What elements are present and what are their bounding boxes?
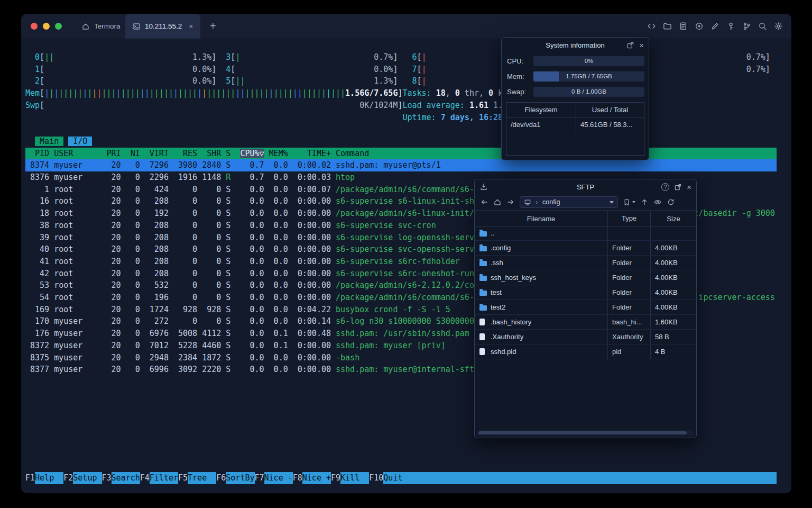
process-row-selected[interactable]: 8374 myuser 20 0 7296 3980 2840 S 0.7 0.… [25, 159, 777, 171]
sftp-toolbar: config [475, 194, 696, 210]
process-row[interactable]: 38 root 20 0 208 0 0 S 0.0 0.0 0:00.00 s… [25, 220, 436, 232]
file-row[interactable]: sshd.pidpid4 B [475, 344, 696, 359]
close-tab-icon[interactable]: × [189, 22, 193, 31]
column-filename[interactable]: Filename [475, 215, 607, 223]
file-icon [475, 333, 491, 340]
path-breadcrumb[interactable]: config [520, 196, 618, 208]
file-size: 4.00KB [651, 303, 696, 311]
open-in-window-icon[interactable] [674, 183, 682, 191]
help-icon[interactable]: ? [661, 183, 669, 191]
download-transfers-icon[interactable] [479, 183, 488, 191]
fkey-bar-filler [412, 472, 777, 484]
chevron-right-icon [534, 199, 540, 205]
fkey-f10[interactable]: F10Quit [369, 472, 412, 484]
process-row[interactable]: 8376 myuser 20 0 2296 1916 1148 R 0.7 0.… [25, 171, 355, 184]
mem-usage-value: 1.75GB / 7.65GB [566, 73, 612, 79]
file-row[interactable]: ssh_host_keysFolder4.00KB [475, 270, 696, 285]
computer-icon [524, 198, 531, 206]
htop-tab-main[interactable]: Main [35, 137, 63, 146]
bookmark-icon [623, 198, 631, 206]
settings-gear-icon[interactable] [774, 22, 783, 31]
minimize-window-button[interactable] [43, 23, 50, 30]
file-type: bash_hi... [607, 315, 651, 329]
new-tab-button[interactable]: + [210, 14, 216, 39]
record-icon[interactable] [695, 22, 704, 31]
home-icon[interactable] [493, 198, 502, 206]
path-dropdown-caret-icon[interactable] [610, 201, 614, 204]
fkey-f8[interactable]: F8Nice + [293, 472, 331, 484]
bookmark-caret-icon [632, 201, 635, 203]
log-icon[interactable] [679, 22, 688, 31]
htop-tab-io[interactable]: I/O [68, 137, 92, 146]
file-row[interactable]: .sshFolder4.00KB [475, 256, 696, 270]
close-panel-icon[interactable]: × [687, 183, 691, 191]
file-row[interactable]: testFolder4.00KB [475, 285, 696, 300]
close-window-button[interactable] [31, 23, 38, 30]
filesystem-table: Filesystem Used / Total /dev/vda1 45.61G… [506, 102, 644, 156]
system-information-title: System information [546, 41, 604, 49]
uptime-line: Uptime: 7 days, 16:28:05 [25, 112, 517, 124]
horizontal-scrollbar[interactable] [477, 430, 694, 436]
process-row[interactable]: 8372 myuser 20 0 7012 5228 4460 S 0.0 0.… [25, 340, 446, 352]
process-row[interactable]: 169 root 20 0 1724 928 928 S 0.0 0.0 0:0… [25, 304, 450, 316]
fkey-f7[interactable]: F7Nice - [255, 472, 293, 484]
file-row[interactable]: .. [475, 226, 696, 241]
process-row[interactable]: 8377 myuser 20 0 6996 3092 2220 S 0.0 0.… [25, 364, 479, 376]
forward-icon[interactable] [506, 198, 515, 206]
refresh-icon[interactable] [667, 198, 675, 206]
traffic-lights [31, 23, 62, 30]
column-size[interactable]: Size [651, 215, 696, 223]
tab-session-label: 10.211.55.2 [145, 22, 182, 30]
fkey-f1[interactable]: F1Help [25, 472, 63, 484]
search-icon[interactable] [758, 22, 767, 31]
branch-icon[interactable] [742, 22, 751, 31]
fkey-f4[interactable]: F4Filter [140, 472, 178, 484]
file-row[interactable]: test2Folder4.00KB [475, 300, 696, 315]
process-row[interactable]: 40 root 20 0 208 0 0 S 0.0 0.0 0:00.00 s… [25, 243, 484, 256]
folder-icon[interactable] [663, 22, 672, 31]
fkey-f9[interactable]: F9Kill [331, 472, 369, 484]
zoom-window-button[interactable] [55, 23, 62, 30]
edit-pencil-icon[interactable] [710, 22, 719, 31]
process-row[interactable]: 8375 myuser 20 0 2948 2384 1872 S 0.0 0.… [25, 352, 359, 364]
process-table-header[interactable]: PID USER PRI NI VIRT RES SHR S CPU%▽ MEM… [25, 148, 777, 160]
cpu-usage-value: 0% [585, 58, 594, 64]
file-size: 4.00KB [651, 244, 696, 252]
terminal-icon [132, 22, 141, 31]
process-row[interactable]: 41 root 20 0 208 0 0 S 0.0 0.0 0:00.00 s… [25, 256, 460, 268]
fkey-f2[interactable]: F2Setup [63, 472, 102, 484]
back-icon[interactable] [480, 198, 488, 206]
file-row[interactable]: .XauthorityXauthority58 B [475, 330, 696, 344]
file-type: pid [607, 344, 651, 359]
process-row[interactable]: 39 root 20 0 208 0 0 S 0.0 0.0 0:00.00 s… [25, 232, 484, 244]
file-size: 4.00KB [651, 288, 696, 296]
tab-session[interactable]: 10.211.55.2 × [125, 14, 200, 39]
process-row[interactable]: 42 root 20 0 208 0 0 S 0.0 0.0 0:00.00 s… [25, 268, 488, 280]
close-panel-icon[interactable]: × [639, 41, 644, 49]
eye-icon[interactable] [653, 198, 662, 206]
file-size: 1.60KB [651, 318, 696, 326]
sort-column-cpu[interactable]: CPU%▽ [240, 149, 264, 158]
filesystem-usage: 45.61GB / 58.3... [576, 117, 644, 132]
fkey-f3[interactable]: F3Search [102, 472, 140, 484]
code-icon[interactable] [647, 22, 656, 31]
file-row[interactable]: .configFolder4.00KB [475, 241, 696, 256]
file-type [607, 226, 651, 240]
mem-usage-bar: 1.75GB / 7.65GB [533, 71, 644, 81]
column-filesystem: Filesystem [506, 103, 576, 117]
tab-termora[interactable]: Termora [74, 14, 128, 39]
process-row[interactable]: 16 root 20 0 208 0 0 S 0.0 0.0 0:00.00 s… [25, 195, 508, 207]
mem-usage-row: Mem: 1.75GB / 7.65GB [502, 71, 649, 81]
scrollbar-thumb[interactable] [478, 431, 687, 434]
key-icon[interactable] [726, 22, 735, 31]
file-type: Folder [607, 241, 651, 255]
up-directory-icon[interactable] [640, 198, 649, 206]
fkey-f6[interactable]: F6SortBy [216, 472, 254, 484]
fkey-f5[interactable]: F5Tree [178, 472, 216, 484]
open-in-window-icon[interactable] [626, 41, 634, 49]
filesystem-row[interactable]: /dev/vda1 45.61GB / 58.3... [506, 117, 644, 132]
column-type[interactable]: Type [607, 211, 651, 226]
cpu-meter-line: 0[|| 1.3%] 3[| 0.7%] 6[| 0.7%] [25, 51, 770, 64]
file-row[interactable]: .bash_historybash_hi...1.60KB [475, 315, 696, 330]
bookmarks-control[interactable] [623, 198, 635, 206]
